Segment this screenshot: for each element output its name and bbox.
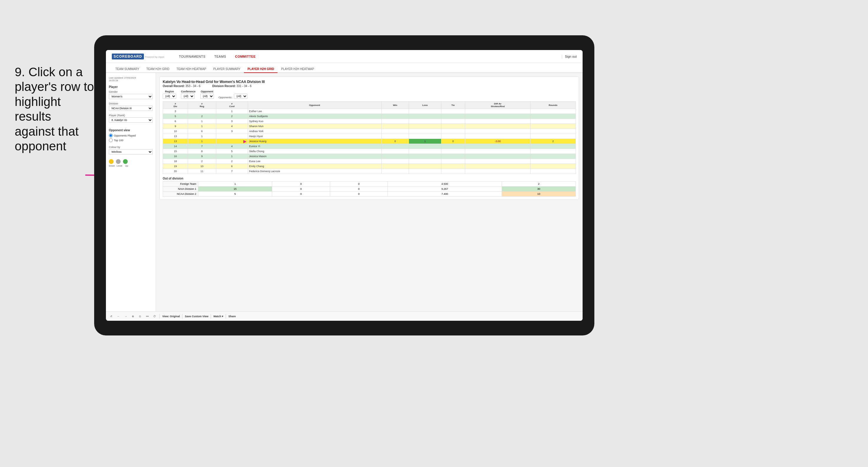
clock-button[interactable]: ⏱ (152, 314, 157, 318)
table-row[interactable]: 18 2 2 Euna Lee (163, 159, 576, 164)
opponents-filter-label: Opponents: (All) (219, 94, 248, 99)
save-custom-view-button[interactable]: Save Custom View (185, 315, 208, 318)
watch-button[interactable]: Watch ▾ (213, 315, 223, 318)
table-row[interactable]: 9 1 4 Sharon Mun (163, 124, 576, 129)
share-button[interactable]: Share (228, 315, 236, 318)
h2h-table: #Div #Reg #Conf Opponent Win Loss Tie Di… (163, 101, 576, 174)
table-row[interactable]: 19 10 6 Emily Chang (163, 164, 576, 169)
player-rank-select[interactable]: 8. Katelyn Vo (109, 117, 153, 123)
more-button[interactable]: ••• (145, 314, 150, 318)
forward-button[interactable]: → (123, 314, 128, 318)
step-number: 9. (15, 65, 25, 79)
sub-nav: TEAM SUMMARY TEAM H2H GRID TEAM H2H HEAT… (106, 63, 583, 73)
radio-opponents-played[interactable]: Opponents Played (109, 133, 153, 137)
table-row-jessica-huang[interactable]: 13 1 ▶ Jessica Huang 0 1 0 -3.00 (163, 139, 576, 144)
opponent-filter-select[interactable]: (All) (200, 94, 214, 99)
filter-conference: Conference (All) (181, 90, 196, 99)
table-row[interactable]: 5 2 2 Alexis Sudijanto (163, 114, 576, 119)
back-button[interactable]: ← (116, 314, 121, 318)
table-row[interactable]: 3 1 Esther Lee (163, 109, 576, 114)
refresh-button[interactable]: ⊙ (138, 314, 143, 318)
circle-down (109, 159, 114, 164)
table-row[interactable]: 10 6 3 Andrea York (163, 129, 576, 134)
table-row[interactable]: 14 7 4 Eunice Yi (163, 144, 576, 149)
filter-opponent: Opponent (All) (200, 90, 214, 99)
list-item: Foreign Team 1 0 0 4.500 2 (163, 182, 576, 187)
conference-filter-select[interactable]: (All) (181, 94, 194, 99)
filters-row: Region (All) Conference (All (163, 90, 576, 99)
colour-section: Colour by Win/loss Down Level Up (109, 146, 153, 167)
col-conf: #Conf (216, 101, 248, 109)
toolbar-sep3 (211, 314, 211, 319)
colour-circles (109, 159, 153, 164)
radio-top100[interactable]: Top 100 (109, 138, 153, 142)
col-reg: #Reg (188, 101, 216, 109)
table-row[interactable]: 13 1 Heejo Hyun (163, 134, 576, 139)
sidebar-timestamp: Last Updated: 27/03/2024 16:55:28 (109, 76, 153, 82)
content-card: Katelyn Vo Head-to-Head Grid for Women's… (159, 76, 579, 200)
out-of-division-title: Out of division (163, 177, 576, 180)
instruction-text: 9. Click on a player's row to highlight … (15, 65, 94, 154)
sidebar-player-title: Player (109, 85, 153, 89)
table-row[interactable]: 16 9 1 Jessica Mason (163, 154, 576, 159)
colour-labels: Down Level Up (109, 164, 153, 167)
subnav-player-h2h-heatmap[interactable]: PLAYER H2H HEATMAP (277, 66, 317, 73)
card-title: Katelyn Vo Head-to-Head Grid for Women's… (163, 80, 576, 84)
gender-select[interactable]: Women's (109, 94, 153, 99)
logo-area: SCOREBOARD Powered by clippd (112, 54, 164, 59)
subnav-team-h2h-grid[interactable]: TEAM H2H GRID (143, 66, 173, 73)
circle-level (116, 159, 121, 164)
col-tie: Tie (441, 101, 465, 109)
subnav-team-summary[interactable]: TEAM SUMMARY (112, 66, 143, 73)
bottom-toolbar: ↺ ← → ⊕ ⊙ ••• ⏱ View: Original Save Cust… (106, 311, 583, 321)
out-of-division-table: Foreign Team 1 0 0 4.500 2 NAIA Division… (163, 181, 576, 196)
player-rank-label: Player (Rank) (109, 114, 153, 117)
top-nav-links: TOURNAMENTS TEAMS COMMITTEE (179, 55, 256, 58)
gender-label: Gender (109, 90, 153, 93)
table-row[interactable]: 15 8 5 Stella Chong (163, 149, 576, 154)
sign-out-button[interactable]: Sign out (565, 55, 577, 58)
col-win: Win (381, 101, 409, 109)
nav-committee[interactable]: COMMITTEE (235, 55, 256, 58)
list-item: NCAA Division 2 5 0 0 7.400 10 (163, 192, 576, 196)
logo: SCOREBOARD (112, 54, 144, 59)
col-rounds: Rounds (530, 101, 576, 109)
opponent-view: Opponent view Opponents Played Top 100 (109, 129, 153, 142)
toolbar-sep1 (159, 314, 160, 319)
opponents-filter-select[interactable]: (All) (234, 94, 247, 99)
add-button[interactable]: ⊕ (131, 314, 135, 318)
colour-by-select[interactable]: Win/loss (109, 149, 153, 155)
logo-sub: Powered by clippd (145, 56, 164, 58)
filter-region: Region (All) (163, 90, 176, 99)
region-filter-select[interactable]: (All) (163, 94, 176, 99)
sidebar: Last Updated: 27/03/2024 16:55:28 Player… (106, 73, 156, 311)
view-original-button[interactable]: View: Original (162, 315, 180, 318)
card-records: Overall Record: 353 - 34 - 6 Division Re… (163, 85, 576, 88)
subnav-team-h2h-heatmap[interactable]: TEAM H2H HEATMAP (173, 66, 210, 73)
subnav-player-h2h-grid[interactable]: PLAYER H2H GRID (244, 66, 277, 73)
col-loss: Loss (409, 101, 441, 109)
tablet-frame: SCOREBOARD Powered by clippd TOURNAMENTS… (94, 35, 594, 336)
division-select[interactable]: NCAA Division III (109, 106, 153, 111)
undo-button[interactable]: ↺ (109, 314, 114, 318)
tablet-screen: SCOREBOARD Powered by clippd TOURNAMENTS… (106, 50, 583, 321)
table-row[interactable]: 6 1 3 Sydney Kuo (163, 119, 576, 124)
table-row[interactable]: 20 11 7 Federica Domecq Lacroze (163, 169, 576, 174)
division-label: Division (109, 102, 153, 105)
col-diff: Diff AvStrokes/Rnd (465, 101, 530, 109)
nav-tournaments[interactable]: TOURNAMENTS (179, 55, 206, 58)
subnav-player-summary[interactable]: PLAYER SUMMARY (210, 66, 244, 73)
circle-up (123, 159, 128, 164)
main-content: Last Updated: 27/03/2024 16:55:28 Player… (106, 73, 583, 311)
top-nav: SCOREBOARD Powered by clippd TOURNAMENTS… (106, 50, 583, 63)
col-div: #Div (163, 101, 188, 109)
nav-teams[interactable]: TEAMS (214, 55, 226, 58)
list-item: NAIA Division 1 15 0 0 9.267 30 (163, 187, 576, 192)
col-opponent: Opponent (248, 101, 381, 109)
instruction-body: Click on a player's row to highlight res… (15, 65, 94, 153)
toolbar-sep4 (226, 314, 226, 319)
right-content: Katelyn Vo Head-to-Head Grid for Women's… (156, 73, 583, 311)
